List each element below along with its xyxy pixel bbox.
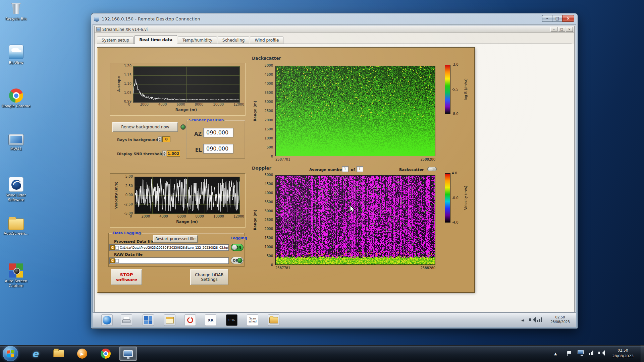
average-total-field[interactable]: 1 [357, 166, 363, 172]
tick-label: 2587781 [275, 158, 290, 161]
raw-logging-toggle[interactable]: OFF [231, 257, 244, 264]
change-lidar-settings-button[interactable]: Change LiDAR Settings [190, 269, 228, 285]
tick-label: 2000 [265, 227, 273, 231]
drive-icon[interactable]: C [110, 245, 115, 250]
raw-data-file-label: RAW Data file [114, 252, 143, 257]
tick-label: 6000 [177, 215, 186, 218]
background-led-indicator[interactable] [180, 124, 186, 130]
taskbar-media-player-icon[interactable]: ▶ [74, 347, 90, 361]
rdp-minimize-button[interactable]: – [542, 15, 552, 22]
start-button[interactable] [3, 346, 18, 361]
stop-button-line2: software [116, 277, 138, 282]
remote-quicklaunch-printer-icon[interactable] [121, 314, 132, 326]
streamline-app-window: StreamLine XR v14-6.vi – □ × System setu… [94, 26, 575, 312]
backscatter-toggle[interactable] [427, 167, 437, 171]
app-minimize-button[interactable]: – [550, 27, 557, 32]
average-number-label: Average number [309, 168, 344, 172]
renew-background-button[interactable]: Renew background now [112, 122, 178, 132]
taskbar-explorer-icon[interactable] [51, 347, 66, 361]
spin-down-icon[interactable]: ▼ [158, 139, 162, 142]
drive-icon[interactable]: C [110, 258, 115, 263]
tick-label: 2000 [265, 119, 273, 122]
tray-display-icon[interactable] [578, 350, 584, 354]
spin-up-icon[interactable]: ▲ [158, 136, 162, 139]
tick-label: 12000 [233, 103, 244, 106]
display-snr-threshold-label: Display SNR threshold [117, 152, 163, 156]
remote-quicklaunch-window-icon[interactable] [164, 314, 175, 326]
show-desktop-button[interactable] [641, 345, 644, 362]
action-center-flag-icon[interactable] [568, 351, 571, 354]
tab-temp-humidity[interactable]: Temp/humidity [178, 37, 217, 44]
app-titlebar[interactable]: StreamLine XR v14-6.vi – □ × [95, 26, 574, 33]
tab-scheduling[interactable]: Scheduling [218, 37, 249, 44]
taskbar-chrome-icon[interactable] [98, 347, 113, 361]
el-value-field[interactable]: 090.000 [203, 144, 233, 154]
tick-label: 1500 [265, 236, 273, 240]
tab-system-setup[interactable]: System setup [97, 37, 134, 44]
rdp-window: 192.168.0.150 - Remote Desktop Connectio… [91, 13, 578, 328]
folder-icon [53, 350, 64, 357]
tick-label: 10000 [213, 103, 224, 106]
doppler-colorbar-ticks: 4.0-0.0-4.0 [452, 172, 462, 224]
tray-network-icon[interactable] [589, 351, 593, 355]
toggle-knob-icon [237, 258, 243, 263]
host-clock[interactable]: 02:50 28/08/2023 [608, 348, 638, 359]
doppler-plot [275, 175, 435, 265]
tick-label: 8000 [195, 103, 203, 106]
remote-network-icon[interactable] [537, 317, 542, 322]
taskbar-rdp-icon[interactable] [119, 347, 137, 361]
snr-spinner[interactable]: ▲▼ [162, 150, 166, 156]
app-restore-button[interactable]: □ [558, 27, 565, 32]
backscatter-y-ticks: 5000450040003500300025002000150010005000 [261, 64, 273, 158]
stop-software-button[interactable]: STOP software [111, 269, 142, 285]
remote-quicklaunch-terminal-icon[interactable]: C:\> [226, 314, 237, 326]
processed-path-field[interactable]: C C:\Lidar\Data\Proc\2023\202308\2023082… [109, 244, 229, 251]
tick-label: 12000 [233, 215, 244, 218]
remote-quicklaunch-power-icon[interactable] [184, 314, 196, 326]
remote-quicklaunch-xr-app-icon[interactable]: XR [205, 314, 216, 326]
spin-down-icon[interactable]: ▼ [162, 153, 166, 156]
az-value-field[interactable]: 090.000 [203, 128, 233, 137]
rays-spinner[interactable]: ▲▼ [158, 136, 161, 142]
rays-value-field[interactable]: 8 [162, 136, 170, 142]
rdp-titlebar[interactable]: 192.168.0.150 - Remote Desktop Connectio… [91, 13, 578, 24]
remote-quicklaunch-browser-icon[interactable] [101, 314, 113, 326]
remote-clock[interactable]: 02:50 28/08/2023 [546, 315, 574, 324]
desktop-icon-mw41[interactable]: MW41 [0, 134, 32, 152]
media-player-icon: ▶ [77, 349, 87, 359]
scansched-line2: sched [249, 320, 257, 323]
tick-label: -5.5 [452, 88, 459, 91]
rdp-close-button[interactable]: × [562, 15, 574, 22]
processed-logging-toggle[interactable]: ON [231, 244, 244, 251]
restart-processed-file-button[interactable]: Restart processed file [153, 235, 198, 243]
doppler-title: Doppler [252, 166, 271, 171]
spin-up-icon[interactable]: ▲ [162, 150, 166, 153]
tick-label: 0 [130, 215, 132, 218]
snr-value-field[interactable]: 1.002 [167, 150, 180, 157]
rdp-maximize-button[interactable]: □ [552, 15, 562, 22]
tab-wind-profile[interactable]: Wind profile [250, 37, 283, 44]
tick-label: 4.0 [452, 172, 457, 175]
remote-quicklaunch-scan-sched-icon[interactable]: Scan sched [247, 314, 258, 326]
remote-quicklaunch-network-icon[interactable] [143, 314, 154, 326]
tick-label: 1.05 [124, 91, 131, 95]
average-number-field[interactable]: 1 [342, 166, 348, 172]
desktop-icon-wind-lidar-software[interactable]: Wind Lidar Software [0, 177, 32, 202]
taskbar-ie-icon[interactable]: e [28, 347, 43, 361]
doppler-y-ticks: 5000450040003500300025002000150010005000 [261, 173, 273, 267]
tick-label: 4500 [265, 182, 273, 186]
tick-label: 4000 [265, 82, 273, 85]
raw-path-field[interactable]: C [109, 257, 229, 264]
desktop-icon-bl-view[interactable]: BL-View [0, 45, 32, 65]
desktop-icon-recycle-bin[interactable]: Recycle Bin [0, 3, 32, 21]
doppler-colorbar-label: Velocity (m/s) [464, 173, 468, 223]
tray-expand-icon[interactable]: ▲ [554, 352, 557, 356]
remote-tray-collapse-icon[interactable]: ◄ [521, 318, 524, 322]
file-page-icon [115, 246, 119, 250]
remote-quicklaunch-folder-icon[interactable] [268, 314, 279, 326]
app-close-button[interactable]: × [566, 27, 573, 32]
tab-real-time-data[interactable]: Real time data [135, 35, 177, 44]
desktop-icon-google-chrome[interactable]: Google Chrome [0, 88, 32, 109]
desktop-icon-auto-screen-capture[interactable]: Auto Screen Capture [0, 263, 32, 288]
desktop-icon-autoscreen[interactable]: AutoScreen... [0, 219, 32, 236]
